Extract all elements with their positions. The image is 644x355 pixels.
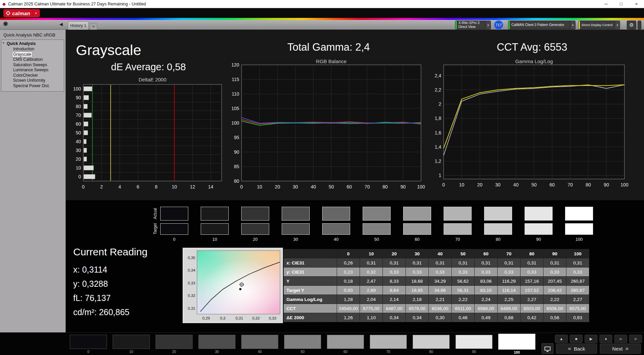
sidebar-item-grayscale[interactable]: Grayscale (1, 52, 64, 57)
swatch-label: 0 (70, 350, 107, 354)
svg-text:0,3: 0,3 (220, 316, 225, 320)
swatch-label: 30 (198, 350, 235, 354)
svg-text:120: 120 (231, 62, 240, 68)
add-tab-button[interactable]: + (90, 23, 97, 30)
actual-swatch-90 (525, 207, 553, 221)
menu-button[interactable]: ≡ (629, 335, 642, 343)
table-column-header-40: 40 (429, 249, 452, 258)
svg-text:80: 80 (383, 184, 388, 189)
pattern-swatch-80[interactable]: 80 (413, 335, 450, 354)
pattern-generator-dropdown[interactable]: CalMAN Client 3 Pattern Generator ▼ (508, 21, 576, 29)
pattern-swatch-60[interactable]: 60 (327, 335, 364, 354)
swatch-label: 70 (370, 350, 407, 354)
sidebar-item-introduction[interactable]: Introduction (1, 47, 64, 52)
target-swatch-60 (403, 223, 431, 235)
table-row: y: CIE310,230,320,330,330,330,330,330,33… (284, 268, 589, 277)
pattern-swatch-10[interactable]: 10 (113, 335, 150, 354)
sidebar-item-screen-uniformity[interactable]: Screen Uniformity (1, 78, 64, 83)
total-gamma-label: Total Gamma: 2,4 (261, 41, 396, 53)
target-swatch-80 (484, 223, 512, 235)
pattern-swatch-30[interactable]: 30 (198, 335, 235, 354)
swatch-label: 80 (413, 350, 450, 354)
tree-root-quick-analysis[interactable]: ▾ Quick Analysis (1, 41, 64, 47)
next-button[interactable]: Next » (600, 344, 641, 354)
svg-text:50: 50 (531, 182, 537, 187)
pattern-swatch-20[interactable]: 20 (156, 335, 193, 354)
settings-gear-button[interactable]: ⚙ (627, 21, 636, 29)
svg-text:30: 30 (293, 184, 298, 189)
svg-text:1,4: 1,4 (435, 144, 442, 150)
table-row: Y0,182,478,3318,6834,2956,6283,06116,291… (284, 277, 589, 286)
pattern-swatch-70[interactable]: 70 (370, 335, 407, 354)
svg-text:0: 0 (82, 184, 85, 189)
target-swatch-10 (201, 223, 229, 235)
calman-logo-menu[interactable]: calman ▾ (3, 9, 40, 17)
swatch-scale-labels: 0102030405060708090100 (160, 237, 593, 242)
svg-text:2: 2 (100, 184, 103, 189)
divider (33, 10, 33, 16)
meter-dropdown[interactable]: X-Rite i1Pro 3 Direct View ▼ (455, 21, 491, 29)
pattern-swatch-0[interactable]: 0 (70, 335, 107, 354)
sidebar-item-saturation-sweeps[interactable]: Saturation Sweeps (1, 62, 64, 68)
close-button[interactable]: × (629, 0, 644, 8)
tree-root-label: Quick Analysis (7, 41, 36, 46)
pattern-swatch-100[interactable]: 100 (498, 335, 535, 354)
sidebar-collapse-button[interactable]: ◀ (59, 22, 63, 27)
workspace-button[interactable] (3, 21, 8, 26)
loop-button[interactable]: ∞ (614, 335, 627, 343)
target-swatch-100 (565, 223, 593, 235)
panel-toggle-button[interactable] (638, 21, 641, 29)
svg-text:95: 95 (234, 135, 239, 140)
gamma-chart: 11,21,41,61,822,22,401020304050607080901… (431, 62, 634, 193)
meter-count-badge[interactable]: 717 (494, 20, 503, 30)
sidebar-item-colorchecker[interactable]: ColorChecker (1, 73, 64, 78)
table-column-header-50: 50 (452, 249, 475, 258)
scale-label-10: 10 (201, 237, 229, 242)
pattern-swatch-90[interactable]: 90 (455, 335, 493, 354)
title-bar: ◆ Calman 2025 Calman Ultimate for Busine… (0, 0, 644, 8)
record-button[interactable]: ● (599, 335, 612, 343)
svg-text:0,35: 0,35 (188, 256, 195, 260)
stop-button[interactable]: ■ (570, 335, 583, 343)
svg-text:50: 50 (76, 130, 81, 135)
svg-text:2,2: 2,2 (435, 87, 442, 93)
logo-bar: calman ▾ (0, 8, 644, 18)
svg-text:10: 10 (459, 182, 465, 187)
calman-diamond-icon (6, 11, 10, 16)
scale-label-50: 50 (363, 237, 391, 242)
pattern-swatch-50[interactable]: 50 (284, 335, 321, 354)
table-column-header-90: 90 (543, 249, 566, 258)
svg-text:2,4: 2,4 (435, 73, 442, 78)
svg-text:90: 90 (234, 149, 239, 155)
table-column-header-100: 100 (566, 249, 589, 258)
display-toggle-button[interactable] (541, 343, 554, 354)
reading-cdm2: cd/m²: 260,865 (73, 307, 130, 317)
pattern-swatch-40[interactable]: 40 (241, 335, 278, 354)
back-button[interactable]: « Back (556, 344, 597, 354)
target-swatch-row (160, 223, 593, 235)
back-label: Back (574, 346, 585, 352)
minimize-button[interactable]: ─ (598, 0, 614, 8)
svg-text:0,33: 0,33 (269, 316, 276, 320)
scroll-up-button[interactable]: ▲ (555, 335, 568, 343)
target-swatch-90 (525, 223, 553, 235)
svg-text:70: 70 (76, 112, 81, 118)
play-button[interactable]: ▶ (585, 335, 597, 343)
svg-text:60: 60 (346, 184, 352, 189)
svg-text:90: 90 (400, 184, 406, 189)
target-row-label: Target (153, 221, 158, 236)
svg-text:100: 100 (417, 184, 425, 189)
scale-label-0: 0 (160, 237, 188, 242)
sidebar-item-luminance-sweeps[interactable]: Luminance Sweeps (1, 68, 64, 73)
scale-label-60: 60 (403, 237, 431, 242)
display-control-dropdown[interactable]: Direct Display Control ▼ (578, 21, 620, 29)
sidebar-item-spectral-power-dist[interactable]: Spectral Power Dist. (1, 83, 64, 89)
maximize-button[interactable]: □ (614, 0, 629, 8)
svg-text:100: 100 (73, 86, 81, 92)
sidebar-item-cms-calibration[interactable]: CMS Calibration (1, 57, 64, 62)
swatch (156, 335, 193, 349)
svg-text:0: 0 (240, 184, 243, 189)
svg-text:10: 10 (257, 184, 262, 189)
actual-swatch-60 (403, 207, 431, 221)
tab-history-1[interactable]: History 1 (68, 21, 89, 30)
